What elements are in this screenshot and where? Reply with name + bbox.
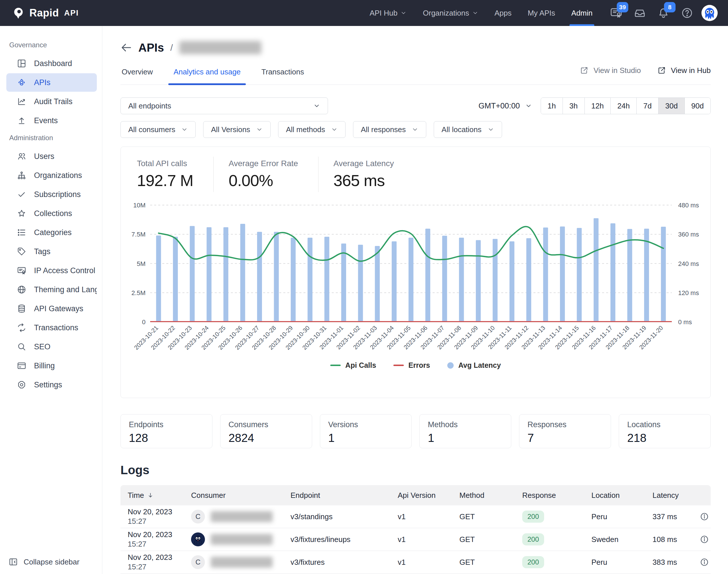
chevron-down-icon xyxy=(331,126,338,133)
range-button-24h[interactable]: 24h xyxy=(610,98,636,114)
sidebar-item-transactions[interactable]: Transactions xyxy=(6,319,97,337)
latency-bar xyxy=(358,245,363,322)
breadcrumb-apis-link[interactable]: APIs xyxy=(138,41,164,54)
chart-legend: Api CallsErrorsAvg Latency xyxy=(121,361,711,369)
dashboard-icon xyxy=(17,58,27,68)
sidebar-item-label: Tags xyxy=(34,247,50,256)
card-value: 218 xyxy=(627,432,702,445)
range-button-1h[interactable]: 1h xyxy=(541,98,562,114)
time-controls: GMT+00:00 1h3h12h24h7d30d90d xyxy=(479,97,711,114)
log-time: 15:27 xyxy=(128,563,191,571)
sidebar-item-events[interactable]: Events xyxy=(6,111,97,130)
logs-title: Logs xyxy=(121,463,711,477)
redacted-api-title xyxy=(179,41,261,54)
cell-time: Nov 20, 202315:27 xyxy=(128,553,191,571)
nav-item-api-hub[interactable]: API Hub xyxy=(369,0,407,26)
sidebar-item-collections[interactable]: Collections xyxy=(6,204,97,223)
filter-select-all-locations[interactable]: All locations xyxy=(434,121,502,138)
filter-select-all-versions[interactable]: All Versions xyxy=(203,121,271,138)
column-header-label: Time xyxy=(128,491,144,500)
info-icon xyxy=(700,512,709,521)
sidebar-item-organizations[interactable]: Organizations xyxy=(6,166,97,184)
latency-bar xyxy=(560,227,565,322)
sidebar-item-seo[interactable]: SEO xyxy=(6,337,97,356)
certificate-button[interactable]: 39 xyxy=(610,7,623,19)
latency-bar xyxy=(594,218,599,322)
legend-label: Errors xyxy=(408,361,430,369)
seo-icon xyxy=(17,342,27,352)
octopus-avatar-icon xyxy=(701,5,718,21)
column-header-label: Response xyxy=(522,491,556,500)
range-button-3h[interactable]: 3h xyxy=(562,98,585,114)
cell-method: GET xyxy=(459,558,522,567)
tab-overview[interactable]: Overview xyxy=(121,68,154,84)
filter-select-all-consumers[interactable]: All consumers xyxy=(121,121,196,138)
right-axis-tick: 120 ms xyxy=(678,289,699,296)
action-view-in-hub[interactable]: View in Hub xyxy=(657,66,711,75)
inbox-button[interactable] xyxy=(633,7,646,19)
theming-icon xyxy=(17,285,27,294)
back-arrow-icon[interactable] xyxy=(121,42,132,53)
stat-average-error-rate: Average Error Rate0.00% xyxy=(213,157,318,192)
card-endpoints: Endpoints128 xyxy=(121,414,213,448)
log-info-button[interactable] xyxy=(700,512,709,521)
tab-transactions[interactable]: Transactions xyxy=(260,68,305,84)
sidebar-item-apis[interactable]: APIs xyxy=(6,73,97,92)
sidebar-item-theming-and-langu-[interactable]: Theming and Langu... xyxy=(6,280,97,299)
latency-bar xyxy=(240,224,245,322)
column-header-time[interactable]: Time xyxy=(128,491,191,500)
sidebar-item-audit-trails[interactable]: Audit Trails xyxy=(6,92,97,111)
latency-bar xyxy=(526,238,531,322)
help-button[interactable] xyxy=(681,7,693,19)
cell-endpoint: v3/fixtures xyxy=(290,558,398,567)
sidebar-item-ip-access-control[interactable]: IP Access Control xyxy=(6,261,97,280)
log-info-button[interactable] xyxy=(700,558,709,567)
cell-time: Nov 20, 202315:27 xyxy=(128,507,191,526)
ip-access-icon xyxy=(17,265,27,276)
nav-item-organizations[interactable]: Organizations xyxy=(423,0,478,26)
nav-item-admin[interactable]: Admin xyxy=(571,0,593,26)
tab-analytics-and-usage[interactable]: Analytics and usage xyxy=(172,68,242,84)
sidebar-item-billing[interactable]: Billing xyxy=(6,357,97,375)
range-button-30d[interactable]: 30d xyxy=(658,98,684,114)
right-axis-tick: 360 ms xyxy=(678,231,699,238)
analytics-chart[interactable]: 00 ms2.5M120 ms5M240 ms7.5M360 ms10M480 … xyxy=(121,192,711,359)
cell-latency: 383 ms xyxy=(652,558,700,567)
sidebar-item-settings[interactable]: Settings xyxy=(6,375,97,394)
stat-total-api-calls: Total API calls192.7 M xyxy=(137,157,213,192)
sidebar-item-api-gateways[interactable]: API Gateways xyxy=(6,299,97,318)
latency-bar xyxy=(509,241,514,322)
log-info-button[interactable] xyxy=(700,535,709,544)
sidebar-item-dashboard[interactable]: Dashboard xyxy=(6,54,97,73)
nav-item-my-apis[interactable]: My APIs xyxy=(528,0,555,26)
filter-select-all-methods[interactable]: All methods xyxy=(278,121,346,138)
sidebar-item-categories[interactable]: Categories xyxy=(6,223,97,242)
legend-item-avg-latency: Avg Latency xyxy=(447,361,501,369)
action-view-in-studio[interactable]: View in Studio xyxy=(580,66,641,75)
latency-bar xyxy=(543,228,548,322)
chevron-down-icon xyxy=(313,102,320,109)
collapse-sidebar-button[interactable]: Collapse sidebar xyxy=(9,557,80,567)
cell-method: GET xyxy=(459,535,522,544)
range-button-90d[interactable]: 90d xyxy=(684,98,711,114)
filter-select-all-responses[interactable]: All responses xyxy=(353,121,426,138)
rapidapi-logo[interactable]: Rapid API xyxy=(11,6,79,20)
sidebar-item-subscriptions[interactable]: Subscriptions xyxy=(6,185,97,204)
sidebar-item-users[interactable]: Users xyxy=(6,147,97,166)
timezone-select[interactable]: GMT+00:00 xyxy=(479,101,532,111)
card-value: 7 xyxy=(528,432,603,445)
endpoints-filter-select[interactable]: All endpoints xyxy=(121,97,328,114)
card-label: Versions xyxy=(328,420,404,429)
left-axis-tick: 7.5M xyxy=(131,231,145,238)
range-button-12h[interactable]: 12h xyxy=(585,98,610,114)
range-button-7d[interactable]: 7d xyxy=(636,98,658,114)
sidebar-section-label: Governance xyxy=(9,41,97,49)
log-date: Nov 20, 2023 xyxy=(128,507,191,516)
consumer-avatar: C xyxy=(191,510,205,524)
card-value: 128 xyxy=(129,432,204,445)
sidebar-item-tags[interactable]: Tags xyxy=(6,242,97,261)
nav-item-apps[interactable]: Apps xyxy=(495,0,511,26)
user-avatar[interactable] xyxy=(701,5,718,21)
bell-button[interactable]: 8 xyxy=(657,7,670,19)
column-header-location: Location xyxy=(591,491,652,500)
